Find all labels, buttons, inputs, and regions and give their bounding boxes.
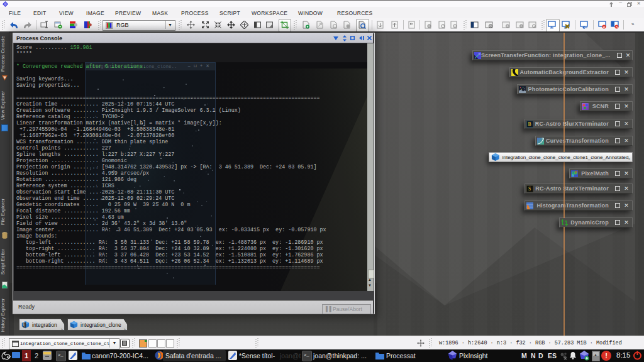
svg-text:B: B bbox=[528, 121, 531, 127]
svg-text:XISF: XISF bbox=[22, 321, 25, 327]
svg-text:S: S bbox=[528, 186, 531, 192]
